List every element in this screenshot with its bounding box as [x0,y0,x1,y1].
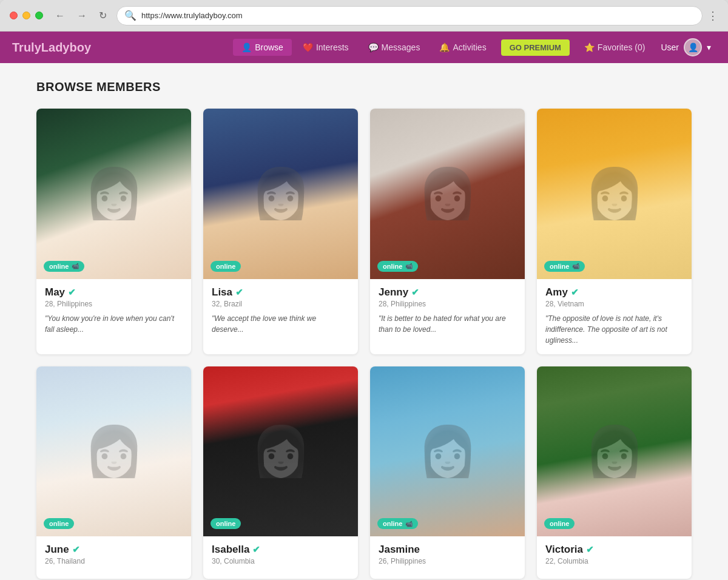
maximize-button[interactable] [35,12,43,19]
nav-favorites[interactable]: ⭐ Favorites (0) [576,39,654,56]
member-quote-may: "You know you're in love when you can't … [45,313,183,335]
member-photo-june: 👩 [36,366,191,537]
member-card-amy[interactable]: 👩 online 📹 Amy ✔ 28, Vietnam "The opposi… [537,109,692,354]
card-image-jenny: 👩 online 📹 [370,109,525,279]
browser-menu-button[interactable]: ⋮ [707,9,718,22]
member-photo-isabella: 👩 [203,366,358,537]
site-logo[interactable]: TrulyLadyboy [12,41,91,55]
member-location-may: 28, Philippines [45,300,183,308]
card-info-may: May ✔ 28, Philippines "You know you're i… [36,279,191,343]
nav-browse[interactable]: 👤 Browse [233,39,292,56]
close-button[interactable] [10,12,18,19]
online-text-isabella: online [216,520,235,527]
member-photo-jenny: 👩 [370,109,525,279]
online-text-victoria: online [550,520,569,527]
traffic-lights [10,12,43,19]
card-info-amy: Amy ✔ 28, Vietnam "The opposite of love … [537,279,692,354]
online-badge-june: online [44,518,74,529]
go-premium-button[interactable]: GO PREMIUM [501,39,570,56]
member-card-lisa[interactable]: 👩 online Lisa ✔ 32, Brazil "We accept th… [203,109,358,354]
member-name-may: May ✔ [45,286,183,298]
activities-icon: 🔔 [439,42,450,52]
card-info-june: June ✔ 26, Thailand [36,536,191,579]
refresh-button[interactable]: ↻ [96,7,109,24]
verified-icon-june: ✔ [72,544,80,555]
online-badge-jenny: online 📹 [377,261,418,272]
favorites-icon: ⭐ [584,42,595,52]
back-button[interactable]: ← [53,8,67,24]
online-badge-isabella: online [211,518,241,529]
browse-label: Browse [255,42,283,52]
member-card-may[interactable]: 👩 online 📹 May ✔ 28, Philippines "You kn… [36,109,191,354]
verified-icon-may: ✔ [68,287,76,298]
nav-activities[interactable]: 🔔 Activities [431,39,494,56]
browse-icon: 👤 [241,42,252,52]
card-info-victoria: Victoria ✔ 22, Columbia [537,536,692,579]
search-icon: 🔍 [124,10,136,21]
browser-window: ← → ↻ 🔍 ⋮ TrulyLadyboy 👤 Browse ❤️ Int [0,0,728,580]
member-location-jenny: 28, Philippines [379,300,516,308]
member-photo-jasmine: 👩 [370,366,525,537]
online-badge-victoria: online [544,518,575,529]
card-image-jasmine: 👩 online 📹 [370,366,525,537]
member-card-isabella[interactable]: 👩 online Isabella ✔ 30, Columbia [203,366,358,579]
member-photo-lisa: 👩 [203,109,358,279]
card-image-may: 👩 online 📹 [36,109,191,279]
card-info-jasmine: Jasmine 26, Philippines [370,536,525,579]
video-icon-amy: 📹 [572,263,579,269]
user-menu[interactable]: User 👤 ▾ [656,36,716,59]
nav-messages[interactable]: 💬 Messages [360,39,429,56]
member-card-jasmine[interactable]: 👩 online 📹 Jasmine 26, Philippines [370,366,525,579]
member-name-amy: Amy ✔ [545,286,683,298]
card-image-lisa: 👩 online [203,109,358,279]
video-icon-jasmine: 📹 [405,521,413,527]
online-text-jasmine: online [383,520,402,527]
member-location-isabella: 30, Columbia [212,557,349,565]
member-quote-jenny: "It is better to be hated for what you a… [379,313,516,335]
interests-label: Interests [316,42,349,52]
verified-icon-lisa: ✔ [235,287,243,298]
dropdown-icon: ▾ [707,42,711,52]
members-grid: 👩 online 📹 May ✔ 28, Philippines "You kn… [36,109,692,579]
card-image-amy: 👩 online 📹 [537,109,692,279]
member-photo-may: 👩 [36,109,191,279]
member-card-jenny[interactable]: 👩 online 📹 Jenny ✔ 28, Philippines "It i… [370,109,525,354]
online-badge-jasmine: online 📹 [377,518,418,529]
online-text-may: online [49,263,69,270]
url-input[interactable] [141,11,695,20]
card-info-isabella: Isabella ✔ 30, Columbia [203,536,358,579]
member-card-june[interactable]: 👩 online June ✔ 26, Thailand [36,366,191,579]
member-name-lisa: Lisa ✔ [212,286,349,298]
member-name-isabella: Isabella ✔ [212,544,349,556]
interests-icon: ❤️ [303,42,313,52]
member-photo-victoria: 👩 [537,366,692,537]
member-location-june: 26, Thailand [45,557,183,565]
online-badge-may: online 📹 [44,261,84,272]
card-image-victoria: 👩 online [537,366,692,537]
verified-icon-isabella: ✔ [252,544,260,555]
logo-text-truly: Truly [12,41,41,54]
activities-label: Activities [453,42,486,52]
member-name-june: June ✔ [45,544,183,556]
video-icon-jenny: 📹 [405,263,413,269]
member-location-victoria: 22, Columbia [545,557,683,565]
messages-label: Messages [382,42,420,52]
video-icon-may: 📹 [72,263,79,269]
online-badge-lisa: online [211,261,241,272]
minimize-button[interactable] [22,12,30,19]
member-card-victoria[interactable]: 👩 online Victoria ✔ 22, Columbia [537,366,692,579]
online-text-amy: online [550,263,569,270]
online-text-jenny: online [383,263,402,270]
nav-interests[interactable]: ❤️ Interests [294,39,357,56]
member-name-jasmine: Jasmine [379,544,516,556]
forward-button[interactable]: → [75,8,89,24]
address-bar[interactable]: 🔍 [116,6,703,25]
member-name-jenny: Jenny ✔ [379,286,516,298]
verified-icon-victoria: ✔ [586,544,594,555]
member-location-lisa: 32, Brazil [212,300,349,308]
card-info-jenny: Jenny ✔ 28, Philippines "It is better to… [370,279,525,343]
verified-icon-amy: ✔ [571,287,579,298]
member-quote-lisa: "We accept the love we think we deserve.… [212,313,349,335]
favorites-label: Favorites (0) [598,42,645,52]
card-image-june: 👩 online [36,366,191,537]
